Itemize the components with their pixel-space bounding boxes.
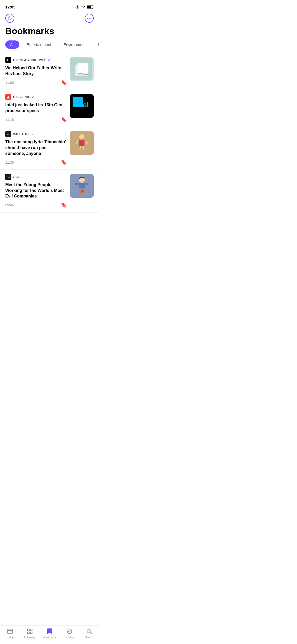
svg-rect-32	[85, 183, 88, 185]
list-item[interactable]: VICE VICE ✓ Meet the Young People Workin…	[0, 170, 99, 213]
verge-logo-icon	[6, 95, 10, 99]
tab-science[interactable]: Science	[93, 40, 99, 49]
news-time-mashable: 11:30	[5, 160, 14, 164]
verified-icon-mashable: ✓	[31, 132, 34, 136]
svg-rect-1	[87, 6, 91, 8]
battery-icon	[87, 5, 94, 9]
status-time: 12:05	[5, 5, 15, 9]
svg-rect-20	[79, 140, 84, 146]
svg-point-5	[91, 18, 91, 19]
svg-point-18	[79, 134, 84, 140]
source-row: T THE NEW YORK TIMES ✓	[5, 57, 67, 63]
history-icon	[8, 16, 12, 20]
news-meta-vice: 09:45 🔖	[5, 202, 67, 208]
news-content-verge: THE VERGE ✓ Intel just leaked its 13th G…	[5, 94, 67, 122]
news-headline-nyt: We Helped Our Father Write His Last Stor…	[5, 65, 67, 76]
page-title: Bookmarks	[0, 23, 99, 40]
tab-entertainment[interactable]: Entertainment	[22, 40, 56, 49]
source-name-vice: VICE	[13, 175, 20, 178]
history-button[interactable]	[5, 14, 14, 23]
airplane-icon	[75, 5, 79, 9]
status-bar: 12:05	[0, 0, 99, 12]
more-button[interactable]	[85, 14, 94, 23]
svg-rect-10	[78, 63, 88, 73]
verified-icon-vice: ✓	[21, 175, 24, 179]
verified-icon-verge: ✓	[32, 95, 34, 99]
news-thumb-verge: intel	[70, 94, 94, 118]
news-meta-nyt: 11:00 🔖	[5, 80, 67, 85]
tab-environment[interactable]: Environment	[59, 40, 90, 49]
news-content-vice: VICE VICE ✓ Meet the Young People Workin…	[5, 174, 67, 208]
tab-all[interactable]: All	[5, 40, 19, 49]
news-headline-vice: Meet the Young People Working for the Wo…	[5, 182, 67, 199]
news-content-mashable: M MASHABLE ✓ The one song lyric 'Pinocch…	[5, 131, 67, 165]
news-time-verge: 11:18	[5, 118, 14, 122]
svg-point-3	[87, 18, 88, 19]
news-thumb-vice	[70, 174, 94, 198]
top-bar	[0, 12, 99, 23]
source-logo-vice: VICE	[5, 174, 11, 180]
mashable-thumb-image	[70, 131, 94, 155]
vice-thumb-image	[70, 174, 94, 198]
bookmark-icon-mashable[interactable]: 🔖	[61, 159, 67, 165]
svg-rect-31	[75, 183, 79, 185]
list-item[interactable]: THE VERGE ✓ Intel just leaked its 13th G…	[0, 90, 99, 127]
svg-point-4	[89, 18, 89, 19]
bookmark-icon-vice[interactable]: 🔖	[61, 202, 67, 208]
source-row: THE VERGE ✓	[5, 94, 67, 100]
news-thumb-nyt	[70, 57, 94, 81]
filter-tabs: All Entertainment Environment Science Te…	[0, 40, 99, 49]
bookmark-icon-verge[interactable]: 🔖	[61, 117, 67, 122]
news-meta-verge: 11:18 🔖	[5, 117, 67, 122]
news-time-vice: 09:45	[5, 203, 14, 207]
svg-text:T: T	[7, 59, 8, 62]
nyt-logo-icon: T	[6, 58, 10, 62]
nyt-thumb-image	[71, 58, 92, 80]
news-meta-mashable: 11:30 🔖	[5, 159, 67, 165]
news-content-nyt: T THE NEW YORK TIMES ✓ We Helped Our Fat…	[5, 57, 67, 85]
news-headline-verge: Intel just leaked its 13th Gen processor…	[5, 102, 67, 113]
news-time-nyt: 11:00	[5, 81, 14, 85]
source-row: M MASHABLE ✓	[5, 131, 67, 137]
source-logo-nyt: T	[5, 57, 11, 63]
svg-marker-12	[7, 96, 10, 99]
status-icons	[75, 5, 94, 9]
list-item[interactable]: T THE NEW YORK TIMES ✓ We Helped Our Fat…	[0, 53, 99, 90]
wifi-icon	[81, 5, 85, 8]
svg-text:intel: intel	[74, 101, 89, 109]
vice-logo-icon: VICE	[6, 175, 10, 179]
news-thumb-mashable	[70, 131, 94, 155]
source-logo-mashable: M	[5, 131, 11, 137]
svg-text:M: M	[7, 133, 9, 136]
verified-icon-nyt: ✓	[48, 58, 50, 62]
verge-thumb-image: intel	[70, 94, 94, 118]
source-name-nyt: THE NEW YORK TIMES	[13, 58, 46, 62]
source-name-mashable: MASHABLE	[13, 132, 30, 136]
news-list: T THE NEW YORK TIMES ✓ We Helped Our Fat…	[0, 49, 99, 236]
svg-text:VICE: VICE	[6, 176, 10, 178]
source-row: VICE VICE ✓	[5, 174, 67, 180]
news-headline-mashable: The one song lyric 'Pinocchio' should ha…	[5, 139, 67, 156]
more-icon	[87, 18, 91, 19]
source-name-verge: THE VERGE	[13, 95, 30, 99]
mashable-logo-icon: M	[6, 132, 10, 136]
list-item[interactable]: M MASHABLE ✓ The one song lyric 'Pinocch…	[0, 127, 99, 170]
source-logo-verge	[5, 94, 11, 100]
bookmark-icon-nyt[interactable]: 🔖	[61, 80, 67, 85]
